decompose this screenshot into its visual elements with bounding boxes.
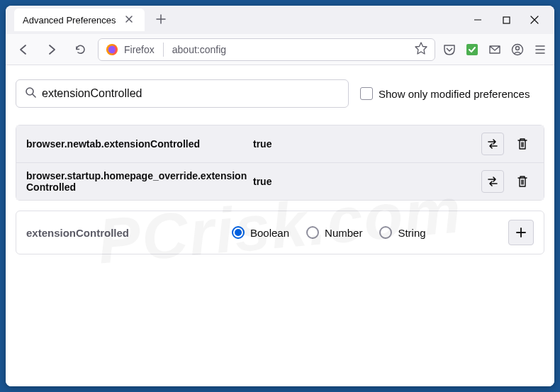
- minimize-icon: [474, 16, 482, 24]
- maximize-icon: [503, 16, 510, 24]
- search-row: Show only modified preferences: [16, 79, 544, 108]
- pref-name: browser.newtab.extensionControlled: [26, 138, 253, 150]
- search-icon: [25, 86, 36, 101]
- close-icon: [530, 16, 539, 24]
- svg-rect-3: [466, 44, 478, 55]
- minimize-button[interactable]: [469, 11, 486, 28]
- radio-icon: [232, 226, 245, 239]
- hamburger-icon: [534, 44, 546, 55]
- show-modified-checkbox[interactable]: Show only modified preferences: [360, 87, 530, 100]
- tab-advanced-preferences[interactable]: Advanced Preferences: [14, 9, 145, 31]
- nav-toolbar: Firefox about:config: [6, 34, 554, 65]
- delete-button[interactable]: [511, 170, 534, 193]
- checkbox-label: Show only modified preferences: [379, 88, 530, 100]
- trash-icon: [517, 138, 528, 150]
- type-radio-group: Boolean Number String: [232, 226, 508, 239]
- add-preference-row: extensionControlled Boolean Number Strin…: [16, 211, 544, 254]
- bookmark-button[interactable]: [415, 42, 427, 57]
- mail-button[interactable]: [488, 43, 502, 57]
- reload-icon: [74, 43, 86, 55]
- url-bar[interactable]: Firefox about:config: [98, 38, 435, 61]
- back-button[interactable]: [13, 39, 34, 60]
- arrow-right-icon: [45, 43, 58, 56]
- add-button[interactable]: [508, 220, 534, 245]
- radio-boolean[interactable]: Boolean: [232, 226, 289, 239]
- extension-icon: [466, 43, 478, 56]
- titlebar: Advanced Preferences: [6, 6, 554, 34]
- delete-button[interactable]: [511, 133, 534, 155]
- preferences-table: browser.newtab.extensionControlled true …: [16, 125, 544, 201]
- pref-name: browser.startup.homepage_override.extens…: [26, 170, 253, 193]
- extension-green-button[interactable]: [465, 43, 479, 57]
- account-icon: [511, 43, 524, 56]
- radio-string[interactable]: String: [379, 226, 425, 239]
- radio-number[interactable]: Number: [306, 226, 362, 239]
- account-button[interactable]: [510, 43, 525, 57]
- close-window-button[interactable]: [526, 11, 543, 28]
- reload-button[interactable]: [69, 39, 91, 60]
- toggle-button[interactable]: [481, 170, 504, 193]
- about-config-content: PCrisk.com Show only modified preference…: [6, 65, 554, 386]
- radio-label: Boolean: [250, 227, 289, 239]
- close-icon: [125, 15, 133, 23]
- pocket-button[interactable]: [442, 43, 457, 57]
- tab-label: Advanced Preferences: [23, 15, 116, 26]
- pref-value: true: [253, 176, 481, 187]
- add-pref-name: extensionControlled: [26, 227, 232, 239]
- browser-window: Advanced Preferences: [6, 6, 554, 386]
- toggle-icon: [486, 175, 499, 188]
- checkbox-icon: [360, 87, 373, 100]
- toolbar-extensions: [442, 43, 547, 57]
- toggle-button[interactable]: [481, 133, 504, 155]
- svg-rect-0: [503, 17, 510, 23]
- radio-icon: [306, 226, 319, 239]
- svg-point-5: [516, 46, 520, 50]
- pref-row[interactable]: browser.newtab.extensionControlled true: [16, 125, 544, 163]
- plus-icon: [515, 227, 527, 238]
- tab-close-button[interactable]: [122, 14, 136, 26]
- app-menu-button[interactable]: [533, 43, 547, 57]
- pref-row[interactable]: browser.startup.homepage_override.extens…: [16, 163, 544, 200]
- new-tab-button[interactable]: [150, 10, 172, 30]
- url-text: about:config: [172, 44, 226, 55]
- plus-icon: [156, 14, 166, 24]
- pocket-icon: [443, 43, 456, 56]
- star-icon: [415, 42, 427, 55]
- search-input[interactable]: [42, 87, 340, 100]
- trash-icon: [517, 175, 528, 188]
- radio-label: Number: [325, 227, 362, 239]
- url-brand-label: Firefox: [124, 44, 155, 55]
- radio-icon: [379, 226, 392, 239]
- pref-value: true: [253, 138, 481, 150]
- forward-button[interactable]: [41, 39, 62, 60]
- window-controls: [469, 11, 551, 28]
- firefox-logo-icon: [106, 43, 118, 56]
- search-box[interactable]: [16, 79, 349, 108]
- radio-label: String: [398, 227, 425, 239]
- toggle-icon: [486, 138, 499, 150]
- mail-icon: [488, 43, 501, 56]
- maximize-button[interactable]: [498, 11, 515, 28]
- arrow-left-icon: [17, 43, 30, 56]
